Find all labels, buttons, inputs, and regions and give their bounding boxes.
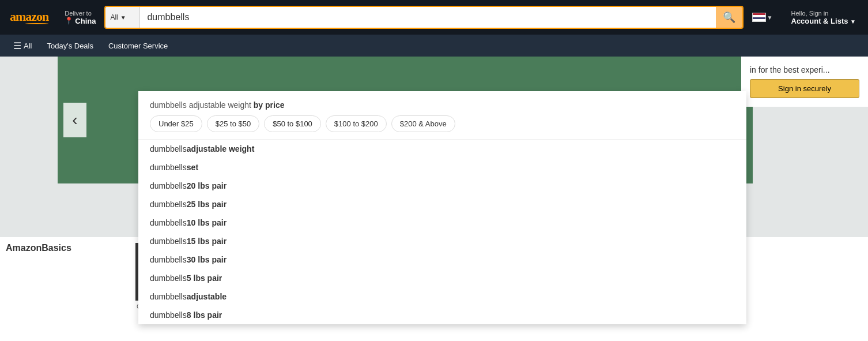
suggestion-bold: 15 lbs pair xyxy=(187,237,227,246)
list-item[interactable]: dumbbells adjustable weight xyxy=(138,140,746,158)
account-hello: Hello, Sign in xyxy=(791,10,856,17)
suggestion-bold: 5 lbs pair xyxy=(187,273,222,283)
page-background: ‹ AmazonBasics Computers & Accessories V… xyxy=(0,57,868,341)
chevron-down-icon: ▼ xyxy=(120,14,126,21)
carousel-prev-button[interactable]: ‹ xyxy=(63,103,86,137)
search-icon: 🔍 xyxy=(723,11,735,24)
navbar: ☰ All Today's Deals Customer Service xyxy=(0,35,868,57)
price-chip-under25[interactable]: Under $25 xyxy=(150,115,202,132)
list-item[interactable]: dumbbells 15 lbs pair xyxy=(138,232,746,250)
amazonbasics-panel: AmazonBasics xyxy=(0,237,115,341)
flag-area[interactable]: ▼ xyxy=(749,10,776,25)
suggestion-bold: 25 lbs pair xyxy=(187,200,227,209)
search-category-dropdown[interactable]: All ▼ xyxy=(105,7,140,28)
suggestion-normal: dumbbells xyxy=(150,273,187,283)
amazon-logo: amazon xyxy=(10,10,48,23)
deliver-country: China xyxy=(75,17,96,25)
account-label: Account & Lists ▼ xyxy=(791,17,856,25)
list-item[interactable]: dumbbells 25 lbs pair xyxy=(138,195,746,213)
list-item[interactable]: dumbbells 5 lbs pair xyxy=(138,269,746,287)
suggestion-normal: dumbbells xyxy=(150,292,187,301)
nav-all[interactable]: ☰ All xyxy=(7,36,38,55)
suggestions-list: dumbbells adjustable weight dumbbells se… xyxy=(138,140,746,324)
suggestion-bold: 10 lbs pair xyxy=(187,218,227,227)
account-area[interactable]: Hello, Sign in Account & Lists ▼ xyxy=(786,7,862,28)
list-item[interactable]: dumbbells set xyxy=(138,158,746,177)
price-chip-100to200[interactable]: $100 to $200 xyxy=(326,115,387,132)
search-dropdown: dumbbells adjustable weight by price Und… xyxy=(138,91,746,324)
suggestion-normal: dumbbells xyxy=(150,237,187,246)
suggestion-normal: dumbbells xyxy=(150,255,187,264)
list-item[interactable]: dumbbells 20 lbs pair xyxy=(138,177,746,195)
signin-panel: in for the best experi... Sign in secure… xyxy=(741,57,868,107)
hamburger-icon: ☰ xyxy=(13,40,21,51)
suggestion-bold: 8 lbs pair xyxy=(187,310,222,320)
suggestion-normal: dumbbells xyxy=(150,163,187,172)
nav-all-label: All xyxy=(24,42,32,50)
nav-customer-service[interactable]: Customer Service xyxy=(102,38,174,54)
suggestion-normal: dumbbells xyxy=(150,218,187,227)
signin-text: in for the best experi... xyxy=(750,65,859,74)
deliver-to-area[interactable]: Deliver to 📍 China xyxy=(62,7,99,28)
category-label: All xyxy=(110,13,118,21)
suggestion-normal: dumbbells xyxy=(150,310,187,320)
suggestion-bold: adjustable weight xyxy=(187,144,254,153)
search-button[interactable]: 🔍 xyxy=(716,7,742,28)
price-chips-row: Under $25 $25 to $50 $50 to $100 $100 to… xyxy=(150,115,735,132)
header: amazon Deliver to 📍 China All ▼ 🔍 ▼ Hell… xyxy=(0,0,868,35)
suggestion-normal: dumbbells xyxy=(150,200,187,209)
suggestion-bold: 20 lbs pair xyxy=(187,181,227,190)
nav-todays-deals[interactable]: Today's Deals xyxy=(40,38,100,54)
chevron-down-icon: ▼ xyxy=(767,14,773,21)
price-chip-50to100[interactable]: $50 to $100 xyxy=(264,115,321,132)
price-filter-section: dumbbells adjustable weight by price Und… xyxy=(138,91,746,140)
search-input[interactable] xyxy=(140,7,715,28)
suggestion-bold: set xyxy=(187,163,198,172)
amazonbasics-label: AmazonBasics xyxy=(6,243,71,253)
suggestion-normal: dumbbells xyxy=(150,144,187,153)
suggestion-bold: 30 lbs pair xyxy=(187,255,227,264)
list-item[interactable]: dumbbells 10 lbs pair xyxy=(138,213,746,232)
list-item[interactable]: dumbbells 8 lbs pair xyxy=(138,306,746,324)
suggestion-normal: dumbbells xyxy=(150,181,187,190)
signin-button[interactable]: Sign in securely xyxy=(750,79,859,98)
price-filter-label: dumbbells adjustable weight by price xyxy=(150,100,735,110)
price-chip-200above[interactable]: $200 & Above xyxy=(391,115,455,132)
us-flag-icon xyxy=(752,13,766,22)
suggestion-bold: adjustable xyxy=(187,292,227,301)
list-item[interactable]: dumbbells 30 lbs pair xyxy=(138,250,746,269)
location-icon: 📍 xyxy=(65,17,73,25)
price-chip-25to50[interactable]: $25 to $50 xyxy=(207,115,259,132)
list-item[interactable]: dumbbells adjustable xyxy=(138,287,746,306)
deliver-label: Deliver to xyxy=(65,10,96,17)
search-bar: All ▼ 🔍 xyxy=(104,6,743,29)
amazon-logo-area[interactable]: amazon xyxy=(7,8,51,27)
